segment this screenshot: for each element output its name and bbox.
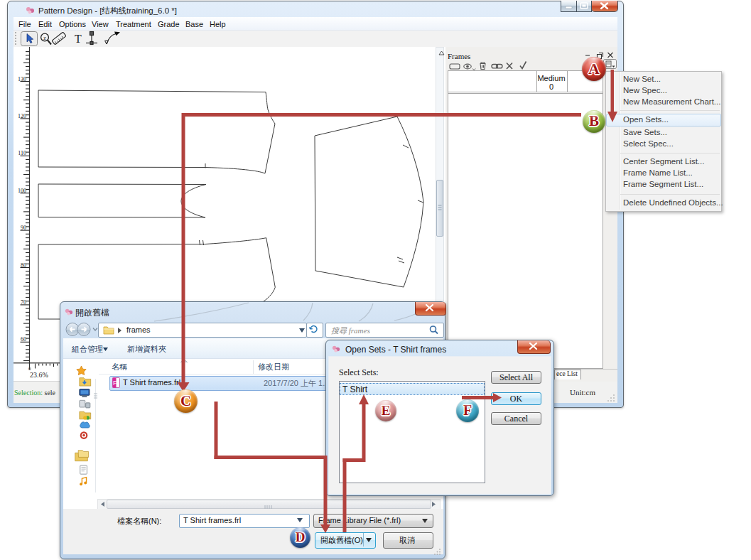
svg-text:130: 130 (18, 76, 26, 82)
svg-text:90: 90 (21, 225, 26, 231)
svg-text:120: 120 (18, 113, 26, 119)
svg-text:T: T (75, 33, 82, 45)
svg-text:100: 100 (18, 188, 26, 194)
svg-text:z: z (43, 35, 46, 41)
svg-text:Frames: Frames (448, 52, 470, 60)
svg-text:Medium: Medium (537, 74, 565, 82)
svg-text:70: 70 (21, 299, 26, 306)
svg-text:80: 80 (21, 262, 26, 269)
svg-text:F: F (113, 379, 117, 387)
svg-text:60: 60 (21, 336, 26, 343)
svg-text:23.6%: 23.6% (30, 371, 48, 379)
svg-text:110: 110 (18, 150, 26, 156)
svg-text:0: 0 (549, 82, 553, 91)
